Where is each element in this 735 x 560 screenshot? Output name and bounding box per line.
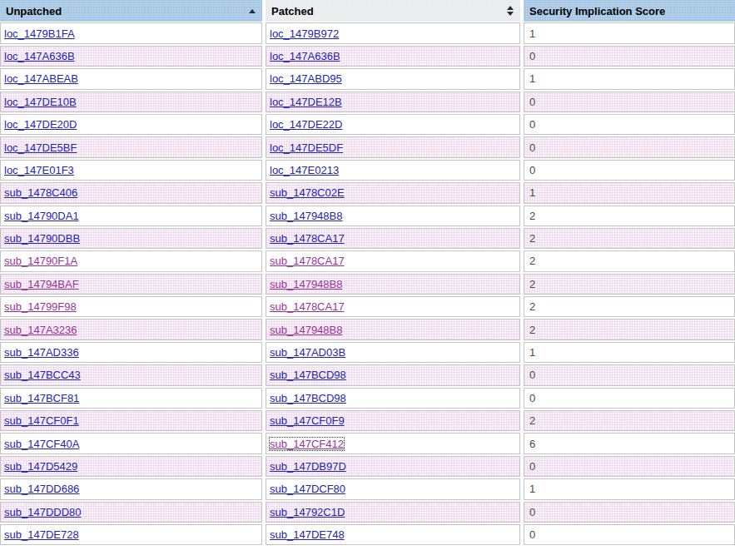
unpatched-cell: loc_147DE10B <box>0 92 262 112</box>
patched-cell: loc_147DE22D <box>266 114 520 135</box>
patched-function-link[interactable]: loc_147A636B <box>270 50 340 62</box>
unpatched-function-link[interactable]: sub_147DDD80 <box>4 506 82 518</box>
security-score-value: 1 <box>529 483 535 495</box>
security-score-cell: 2 <box>524 206 735 226</box>
patched-function-link[interactable]: sub_1478CA17 <box>270 300 345 313</box>
unpatched-cell: loc_1479B1FA <box>0 22 262 43</box>
unpatched-function-link[interactable]: sub_14790DBB <box>4 232 80 245</box>
security-score-cell: 0 <box>524 160 735 181</box>
unpatched-cell: sub_147AD336 <box>0 342 262 363</box>
unpatched-cell: sub_147BCC43 <box>0 364 262 385</box>
patched-cell: sub_1478CA17 <box>266 296 520 317</box>
security-score-value: 0 <box>529 50 535 62</box>
unpatched-function-link[interactable]: sub_147BCF81 <box>4 392 79 404</box>
column-header-patched-label: Patched <box>271 5 502 17</box>
security-score-cell: 2 <box>524 410 735 431</box>
column-header-security-score[interactable]: Security Implication Score <box>524 0 735 22</box>
column-header-patched[interactable]: Patched <box>266 0 520 22</box>
unpatched-function-link[interactable]: sub_147DD686 <box>4 483 79 495</box>
patched-function-link[interactable]: sub_1478C02E <box>270 186 345 199</box>
patched-cell: sub_147948B8 <box>266 319 520 339</box>
patched-function-link[interactable]: loc_147DE22D <box>270 118 342 131</box>
security-score-value: 2 <box>529 255 535 267</box>
unpatched-function-link[interactable]: sub_14799F98 <box>4 300 77 313</box>
patched-cell: sub_147AD03B <box>266 342 520 363</box>
security-score-cell: 1 <box>524 68 735 89</box>
unpatched-function-link[interactable]: loc_147DE5BF <box>4 141 77 154</box>
security-score-value: 1 <box>529 72 535 85</box>
security-score-cell: 1 <box>524 478 735 499</box>
patched-cell: loc_147DE12B <box>266 92 520 112</box>
unpatched-function-link[interactable]: sub_14794BAF <box>4 278 79 290</box>
security-score-cell: 0 <box>524 502 735 523</box>
patched-function-link[interactable]: sub_14792C1D <box>270 506 345 518</box>
unpatched-function-link[interactable]: loc_147A636B <box>4 50 75 62</box>
security-score-cell: 0 <box>524 46 735 67</box>
unpatched-cell: sub_14790F1A <box>0 250 262 271</box>
unpatched-function-link[interactable]: loc_147DE10B <box>4 96 77 108</box>
unpatched-function-link[interactable]: loc_147DE20D <box>4 118 77 131</box>
patched-function-link[interactable]: sub_1478CA17 <box>270 232 345 245</box>
patched-function-link[interactable]: loc_147ABD95 <box>270 72 342 85</box>
patched-function-link[interactable]: sub_147948B8 <box>270 278 342 290</box>
patched-cell: sub_147DCF80 <box>266 478 520 499</box>
patched-function-link[interactable]: loc_147E0213 <box>270 164 339 176</box>
security-score-cell: 0 <box>524 92 735 112</box>
unpatched-function-link[interactable]: sub_147CF40A <box>4 438 79 450</box>
security-score-cell: 0 <box>524 388 735 409</box>
column-header-unpatched[interactable]: Unpatched <box>0 0 262 22</box>
security-score-value: 0 <box>529 506 535 518</box>
patched-cell: loc_147A636B <box>266 46 520 67</box>
patched-cell: sub_147948B8 <box>266 206 520 226</box>
patched-function-link[interactable]: sub_147DB97D <box>270 460 346 473</box>
patched-function-link[interactable]: sub_147CF0F9 <box>270 414 345 427</box>
security-score-value: 2 <box>529 278 535 290</box>
unpatched-function-link[interactable]: sub_1478C406 <box>4 186 77 199</box>
security-score-value: 0 <box>529 164 535 176</box>
patched-function-link[interactable]: loc_147DE12B <box>270 96 342 108</box>
unpatched-function-link[interactable]: sub_147D5429 <box>4 460 77 473</box>
security-score-value: 1 <box>529 346 535 359</box>
unpatched-function-link[interactable]: sub_14790DA1 <box>4 210 79 222</box>
column-header-security-score-label: Security Implication Score <box>529 5 728 17</box>
unpatched-cell: loc_147A636B <box>0 46 262 67</box>
unpatched-function-link[interactable]: loc_147ABEAB <box>4 72 78 85</box>
unpatched-function-link[interactable]: sub_147CF0F1 <box>4 414 79 427</box>
security-score-cell: 6 <box>524 433 735 453</box>
unpatched-function-link[interactable]: sub_147BCC43 <box>4 369 81 381</box>
unpatched-cell: sub_1478C406 <box>0 182 262 203</box>
security-score-value: 6 <box>529 438 535 450</box>
security-score-value: 1 <box>529 186 535 199</box>
unpatched-cell: sub_147DE728 <box>0 524 262 545</box>
unpatched-function-link[interactable]: sub_14790F1A <box>4 255 77 267</box>
patched-function-link[interactable]: sub_147948B8 <box>270 210 342 222</box>
patched-function-link[interactable]: sub_147BCD98 <box>270 392 346 404</box>
patched-function-link[interactable]: sub_1478CA17 <box>270 255 345 267</box>
unpatched-function-link[interactable]: sub_147A3236 <box>4 324 77 336</box>
unpatched-cell: loc_147DE20D <box>0 114 262 135</box>
unpatched-function-link[interactable]: sub_147AD336 <box>4 346 79 359</box>
patched-cell: sub_147DE748 <box>266 524 520 545</box>
patched-function-link[interactable]: sub_147BCD98 <box>270 369 346 381</box>
unpatched-cell: sub_147A3236 <box>0 319 262 339</box>
patched-cell: sub_147DB97D <box>266 456 520 477</box>
security-score-cell: 1 <box>524 342 735 363</box>
security-score-cell: 0 <box>524 364 735 385</box>
security-score-cell: 2 <box>524 250 735 271</box>
patched-cell: loc_1479B972 <box>266 22 520 43</box>
patched-function-link[interactable]: sub_147948B8 <box>270 324 342 336</box>
patched-function-link[interactable]: sub_147AD03B <box>270 346 345 359</box>
patched-function-link[interactable]: sub_147DE748 <box>270 528 345 541</box>
patched-function-link[interactable]: loc_1479B972 <box>270 27 339 40</box>
patched-function-link[interactable]: sub_147CF412 <box>270 438 344 450</box>
unpatched-function-link[interactable]: sub_147DE728 <box>4 528 79 541</box>
patched-function-link[interactable]: loc_147DE5DF <box>270 141 343 154</box>
unpatched-function-link[interactable]: loc_1479B1FA <box>4 27 75 40</box>
security-score-cell: 2 <box>524 319 735 339</box>
patched-cell: loc_147DE5DF <box>266 136 520 157</box>
security-score-value: 0 <box>529 369 535 381</box>
column-header-unpatched-label: Unpatched <box>6 5 244 17</box>
security-score-cell: 0 <box>524 136 735 157</box>
patched-function-link[interactable]: sub_147DCF80 <box>270 483 345 495</box>
unpatched-function-link[interactable]: loc_147E01F3 <box>4 164 74 176</box>
